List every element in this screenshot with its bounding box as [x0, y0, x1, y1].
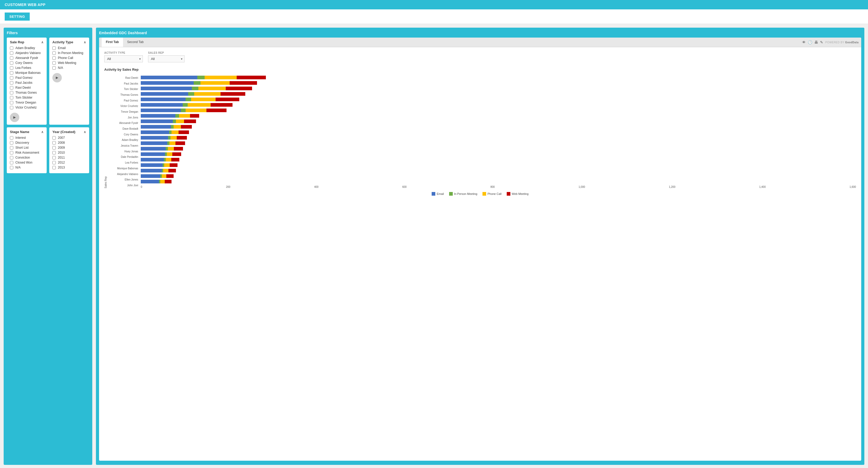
bar-segment: [141, 76, 197, 79]
y-axis-label: Sales Rep: [104, 176, 107, 188]
sale-rep-item[interactable]: Trevor Deegan: [10, 101, 43, 104]
sale-rep-item[interactable]: Monique Babonas: [10, 71, 43, 75]
tab-second-tab[interactable]: Second Tab: [123, 37, 148, 47]
stage-name-item[interactable]: N/A: [10, 166, 43, 169]
sale-rep-item[interactable]: Tom Stickler: [10, 96, 43, 99]
sale-rep-item[interactable]: Cory Owens: [10, 61, 43, 65]
bar-segment: [188, 92, 194, 96]
year-created-item[interactable]: 2007: [52, 136, 86, 140]
year-created-item[interactable]: 2013: [52, 166, 86, 169]
activity-type-item[interactable]: Email: [52, 46, 86, 50]
bar-segment: [166, 158, 171, 162]
stage-name-item[interactable]: Conviction: [10, 156, 43, 159]
bar-segment: [141, 97, 186, 101]
bar-segment: [216, 97, 239, 101]
bar-segment: [207, 109, 226, 112]
stage-name-item[interactable]: Interest: [10, 136, 43, 140]
year-created-item[interactable]: 2012: [52, 161, 86, 164]
chart-section: Activity by Sales Rep Sales Rep Ravi Dee…: [104, 67, 856, 196]
activity-type-item[interactable]: N/A: [52, 66, 86, 70]
bar-segment: [169, 130, 172, 134]
y-label: Victor Crushetz: [111, 104, 138, 108]
bar-segment: [220, 92, 245, 96]
bar-segment: [141, 158, 164, 162]
legend-color: [483, 192, 486, 196]
activity-type-label: Activity Type: [52, 40, 73, 44]
y-label: Adam Bradley: [111, 138, 138, 142]
sale-rep-item[interactable]: Alejandro Vabiano: [10, 51, 43, 55]
sale-rep-item[interactable]: Ravi Deetri: [10, 86, 43, 89]
stage-name-item[interactable]: Short List: [10, 146, 43, 149]
bar-segment: [179, 114, 190, 118]
stage-name-item[interactable]: Discovery: [10, 141, 43, 145]
year-created-item[interactable]: 2009: [52, 146, 86, 149]
setting-button[interactable]: SETTING: [5, 12, 30, 21]
top-bar: SETTING: [0, 9, 868, 24]
sale-rep-item[interactable]: Victor Crushetz: [10, 106, 43, 109]
sale-rep-item[interactable]: Lea Forbes: [10, 66, 43, 70]
activity-type-select[interactable]: All Email In Person Meeting Phone Call W…: [104, 55, 143, 62]
activity-type-select-wrapper: All Email In Person Meeting Phone Call W…: [104, 55, 143, 62]
legend-item: Web Meeting: [507, 192, 529, 196]
sale-rep-box: Sale Rep ∧ Adam Bradley Alejandro Vabian…: [7, 37, 46, 125]
bar-segment: [141, 174, 160, 178]
year-created-chevron[interactable]: ∧: [84, 130, 86, 134]
chart-legend: EmailIn Person MeetingPhone CallWeb Meet…: [104, 192, 856, 196]
bar-segment: [194, 92, 221, 96]
x-axis-label: 1,200: [669, 185, 675, 188]
x-axis-label: 200: [226, 185, 230, 188]
bar-segment: [167, 152, 173, 156]
sale-rep-item[interactable]: Paul Jacobs: [10, 81, 43, 85]
sale-rep-item[interactable]: Alexsandr Fyodr: [10, 56, 43, 60]
filter-row-1: Sale Rep ∧ Adam Bradley Alejandro Vabian…: [7, 37, 89, 125]
stage-name-box: Stage Name ∧ Interest Discovery Short Li…: [7, 127, 46, 173]
tab-first-tab[interactable]: First Tab: [102, 37, 123, 47]
stage-name-item[interactable]: Risk Assessment: [10, 151, 43, 154]
y-label: Ellen Jones: [111, 178, 138, 182]
stage-name-item[interactable]: Closed Won: [10, 161, 43, 164]
chart-title: Activity by Sales Rep: [104, 67, 856, 71]
eye-icon[interactable]: 👁: [802, 40, 806, 45]
bar-segment: [169, 141, 176, 145]
chart-container: Sales Rep Ravi DeetriPaul JacobsTom Stic…: [104, 75, 856, 188]
activity-type-item[interactable]: Web Meeting: [52, 61, 86, 65]
y-label: John Jovi: [111, 183, 138, 187]
stage-name-label: Stage Name: [10, 130, 29, 134]
year-created-item[interactable]: 2008: [52, 141, 86, 145]
clock-icon[interactable]: 🕐: [808, 40, 812, 45]
bar-segment: [141, 180, 159, 183]
y-label: Jessica Traven: [111, 144, 138, 148]
sale-rep-label: Sale Rep: [10, 40, 24, 44]
activity-type-item[interactable]: Phone Call: [52, 56, 86, 60]
year-created-item[interactable]: 2010: [52, 151, 86, 154]
year-created-item[interactable]: 2011: [52, 156, 86, 159]
sale-rep-apply-btn[interactable]: ►: [10, 113, 19, 122]
print-icon[interactable]: 🖶: [814, 40, 818, 45]
activity-type-item[interactable]: In Person Meeting: [52, 51, 86, 55]
filters-panel: Filters Sale Rep ∧ Adam Bradley Alejandr…: [4, 28, 92, 465]
legend-item: Phone Call: [483, 192, 501, 196]
bar-segment: [230, 81, 257, 85]
bar-segment: [171, 158, 180, 162]
edit-icon[interactable]: ✎: [820, 40, 823, 45]
bar-segment: [198, 87, 226, 90]
sales-rep-control: SALES REP All: [148, 51, 185, 62]
x-axis: 02004006008001,0001,2001,4001,600: [141, 185, 856, 188]
y-label: Thomas Gones: [111, 93, 138, 97]
bar-segment: [141, 114, 176, 118]
bar-segment: [200, 81, 230, 85]
sale-rep-item[interactable]: Paul Gomez: [10, 76, 43, 80]
bar-segment: [190, 114, 199, 118]
activity-type-apply-btn[interactable]: ►: [52, 73, 62, 82]
stage-name-chevron[interactable]: ∧: [41, 130, 43, 134]
bar-segment: [141, 87, 192, 90]
sale-rep-item[interactable]: Adam Bradley: [10, 46, 43, 50]
sales-rep-select-wrapper: All: [148, 55, 185, 62]
x-axis-label: 600: [402, 185, 407, 188]
y-label: Paul Gomez: [111, 98, 138, 103]
sale-rep-chevron[interactable]: ∧: [41, 40, 43, 44]
activity-type-chevron[interactable]: ∧: [84, 40, 86, 44]
sale-rep-item[interactable]: Thomas Gones: [10, 91, 43, 94]
sales-rep-select[interactable]: All: [148, 55, 185, 62]
y-label: Huey Jonas: [111, 149, 138, 154]
